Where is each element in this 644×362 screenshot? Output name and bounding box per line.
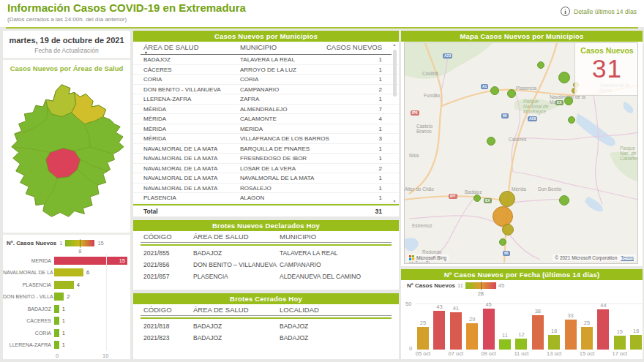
- cell-casos: 1: [379, 96, 382, 102]
- fecha-bar-value: 29: [469, 316, 475, 323]
- table-row[interactable]: NAVALMORAL DE LA MATAROSALEJO1: [133, 184, 399, 194]
- cell-casos: 1: [379, 185, 382, 192]
- map-bubble[interactable]: [502, 224, 514, 235]
- fecha-bar[interactable]: [581, 327, 593, 350]
- microsoft-logo-icon: [409, 255, 414, 260]
- map-bubble[interactable]: [507, 89, 516, 98]
- table-row[interactable]: MÉRIDAMERIDA1: [133, 124, 399, 135]
- col-localidad[interactable]: LOCALIDAD: [280, 306, 319, 314]
- area-bar-label: CÁCERES: [3, 318, 54, 323]
- cell-municipio: CALAMONTE: [240, 116, 277, 122]
- fecha-bar[interactable]: [499, 339, 511, 350]
- table-row[interactable]: NAVALMORAL DE LA MATABARQUILLA DE PINARE…: [133, 144, 399, 154]
- map-bubble[interactable]: [499, 238, 506, 246]
- extremadura-choropleth-map[interactable]: [6, 75, 127, 230]
- cell-area: MÉRIDA: [143, 116, 166, 122]
- map-place-label: Badajoz: [465, 189, 482, 195]
- table-row[interactable]: CORIACORIA1: [133, 75, 399, 85]
- fecha-bar[interactable]: [532, 315, 544, 350]
- scroll-up-icon[interactable]: ▲: [392, 42, 397, 47]
- area-bar[interactable]: [54, 281, 74, 289]
- col-area-de-salud[interactable]: ÁREA DE SALUD: [143, 43, 199, 51]
- fecha-bar[interactable]: [466, 323, 478, 350]
- map-bubble[interactable]: [564, 97, 573, 105]
- area-bar-row[interactable]: NAVALMORAL DE LA ...6: [3, 267, 130, 279]
- left-panel: martes, 19 de octubre de 2021 Fecha de A…: [3, 31, 130, 359]
- map-bubble[interactable]: [537, 61, 544, 69]
- table-row[interactable]: 2021/856DON BENITO – VILLANUEVACAMPANARI…: [133, 259, 399, 271]
- cell-localidad: CAMPANARIO: [280, 261, 321, 268]
- map-region-plasencia[interactable]: [46, 85, 76, 117]
- terms-link[interactable]: Terms: [621, 255, 634, 260]
- fecha-bar[interactable]: [515, 339, 527, 350]
- table-row[interactable]: NAVALMORAL DE LA MATALOSAR DE LA VERA2: [133, 164, 399, 174]
- map-bubble[interactable]: [568, 116, 575, 124]
- area-bar-value: 1: [62, 330, 65, 336]
- area-bar-row[interactable]: LLERENA-ZAFRA1: [3, 339, 130, 352]
- map-bubble[interactable]: [499, 191, 515, 207]
- area-bar-row[interactable]: DON BENITO - VILLA...2: [3, 291, 130, 303]
- area-bar-row[interactable]: BADAJOZ1: [3, 303, 130, 315]
- col-area[interactable]: ÁREA DE SALUD: [193, 233, 249, 241]
- table-row[interactable]: CÁCERESARROYO DE LA LUZ1: [133, 65, 399, 75]
- map-bubble[interactable]: [558, 72, 570, 83]
- area-bar[interactable]: [54, 293, 64, 301]
- municipios-table-header: ÁREA DE SALUD MUNICIPIO CASOS NUEVOS: [133, 43, 399, 53]
- fecha-bar-value: 41: [453, 305, 459, 312]
- area-bar-row[interactable]: CORIA1: [3, 327, 130, 339]
- map-bubble[interactable]: [490, 86, 499, 95]
- fecha-bar-chart: 2543412945111238163325441516: [401, 269, 643, 350]
- col-municipio[interactable]: MUNICIPIO: [240, 43, 277, 51]
- table-row[interactable]: NAVALMORAL DE LA MATAFRESNEDOSO DE IBOR1: [133, 154, 399, 164]
- table-row[interactable]: PLASENCIAALAGON1: [133, 193, 399, 203]
- fecha-bar[interactable]: [417, 327, 429, 350]
- area-bar[interactable]: [54, 341, 59, 349]
- area-bar-row[interactable]: CÁCERES1: [3, 315, 130, 328]
- table-row[interactable]: 2021/818BADAJOZBADAJOZ: [133, 320, 399, 332]
- fecha-bar[interactable]: [433, 311, 445, 350]
- table-row[interactable]: BADAJOZTALAVERA LA REAL1: [133, 55, 399, 65]
- fecha-bar[interactable]: [565, 320, 577, 350]
- info-icon[interactable]: i: [561, 7, 570, 16]
- cell-municipio: ROSALEJO: [240, 185, 272, 192]
- area-bar-row[interactable]: PLASENCIA4: [3, 279, 130, 291]
- area-bar[interactable]: [54, 268, 83, 276]
- area-bar-row[interactable]: MERIDA15: [3, 254, 130, 267]
- fecha-bar[interactable]: [450, 312, 462, 350]
- map-bubble[interactable]: [487, 137, 495, 146]
- col-casos-nuevos[interactable]: CASOS NUEVOS: [326, 43, 382, 51]
- fecha-bar[interactable]: [548, 335, 560, 350]
- cell-casos: 1: [379, 56, 382, 63]
- bubble-map-title: Mapa Casos Nuevos por Municipios: [401, 31, 643, 42]
- map-bubble[interactable]: [473, 195, 481, 202]
- detail-last-14-days-link[interactable]: i Detalle últimos 14 días: [561, 7, 637, 16]
- scrollbar-thumb[interactable]: [393, 50, 397, 97]
- col-codigo[interactable]: CÓDIGO: [143, 306, 172, 314]
- table-row[interactable]: 2021/855BADAJOZTALAVERA LA REAL: [133, 247, 399, 259]
- fecha-bar[interactable]: [597, 309, 609, 350]
- table-row[interactable]: NAVALMORAL DE LA MATANAVALMORAL DE LA MA…: [133, 173, 399, 184]
- area-bar[interactable]: [54, 317, 59, 325]
- table-row[interactable]: MÉRIDAVILLAFRANCA DE LOS BARROS3: [133, 134, 399, 144]
- table-row[interactable]: DON BENITO - VILLANUEVACAMPANARIO2: [133, 85, 399, 95]
- table-row[interactable]: MÉRIDAALMENDRALEJO7: [133, 105, 399, 115]
- table-row[interactable]: MÉRIDACALAMONTE4: [133, 114, 399, 124]
- fecha-bar[interactable]: [630, 335, 642, 350]
- fecha-bar[interactable]: [614, 336, 626, 350]
- table-scrollbar[interactable]: ▲ ▼: [392, 42, 397, 203]
- scroll-down-icon[interactable]: ▼: [392, 199, 397, 203]
- col-codigo[interactable]: CÓDIGO: [143, 233, 172, 241]
- area-bar[interactable]: 15: [54, 257, 127, 265]
- col-area[interactable]: ÁREA DE SALUD: [193, 306, 249, 314]
- map-bubble[interactable]: [559, 195, 569, 205]
- table-row[interactable]: LLERENA-ZAFRAZAFRA1: [133, 94, 399, 105]
- bing-map[interactable]: Casos Nuevos 31 Microsoft Bing © 2021 Mi…: [404, 42, 638, 264]
- table-row[interactable]: 2021/857PLASENCIAALDEANUEVA DEL CAMINO: [133, 271, 399, 282]
- area-bar[interactable]: [54, 329, 59, 337]
- fecha-bar[interactable]: [483, 309, 495, 350]
- col-municipio[interactable]: MUNICIPIO: [280, 233, 316, 241]
- cell-municipio: NAVALMORAL DE LA MATA: [240, 175, 314, 181]
- bing-logo[interactable]: Microsoft Bing: [407, 254, 449, 261]
- area-bar[interactable]: [54, 305, 59, 313]
- table-row[interactable]: 2021/823BADAJOZBADAJOZ: [133, 332, 399, 344]
